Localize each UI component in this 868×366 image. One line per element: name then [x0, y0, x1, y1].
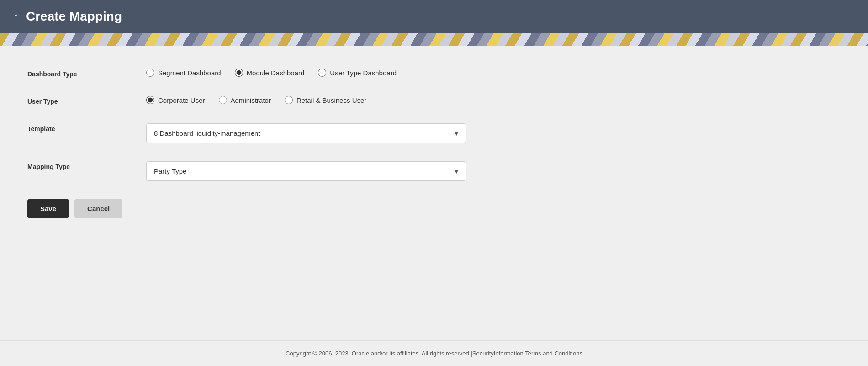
module-dashboard-radio[interactable] — [235, 69, 243, 77]
page-footer: Copyright © 2006, 2023, Oracle and/or it… — [0, 340, 868, 366]
mapping-type-select-wrapper: Party Type ▼ — [146, 161, 466, 181]
user-type-dashboard-label: User Type Dashboard — [330, 69, 397, 77]
corporate-user-option[interactable]: Corporate User — [146, 96, 205, 104]
segment-dashboard-radio[interactable] — [146, 69, 154, 77]
page-header: ↑ Create Mapping — [0, 0, 868, 33]
segment-dashboard-option[interactable]: Segment Dashboard — [146, 69, 221, 77]
user-type-row: User Type Corporate User Administrator R… — [27, 96, 841, 105]
cancel-button[interactable]: Cancel — [74, 199, 122, 218]
module-dashboard-label: Module Dashboard — [247, 69, 305, 77]
main-content: Dashboard Type Segment Dashboard Module … — [0, 46, 868, 340]
mapping-type-label: Mapping Type — [27, 161, 146, 170]
corporate-user-label: Corporate User — [158, 96, 205, 104]
retail-business-user-radio[interactable] — [285, 96, 293, 104]
template-control: 8 Dashboard liquidity-management ▼ — [146, 123, 841, 143]
template-label: Template — [27, 123, 146, 133]
form-buttons: Save Cancel — [27, 199, 841, 218]
page-title: Create Mapping — [26, 9, 122, 24]
template-select[interactable]: 8 Dashboard liquidity-management — [146, 123, 466, 143]
retail-business-user-label: Retail & Business User — [296, 96, 366, 104]
dashboard-type-row: Dashboard Type Segment Dashboard Module … — [27, 69, 841, 78]
dashboard-type-options: Segment Dashboard Module Dashboard User … — [146, 69, 841, 77]
user-type-dashboard-radio[interactable] — [318, 69, 326, 77]
administrator-option[interactable]: Administrator — [219, 96, 271, 104]
module-dashboard-option[interactable]: Module Dashboard — [235, 69, 305, 77]
retail-business-user-option[interactable]: Retail & Business User — [285, 96, 366, 104]
administrator-radio[interactable] — [219, 96, 227, 104]
segment-dashboard-label: Segment Dashboard — [158, 69, 221, 77]
template-select-wrapper: 8 Dashboard liquidity-management ▼ — [146, 123, 466, 143]
corporate-user-radio[interactable] — [146, 96, 154, 104]
mapping-type-control: Party Type ▼ — [146, 161, 841, 181]
dashboard-type-label: Dashboard Type — [27, 69, 146, 78]
footer-text: Copyright © 2006, 2023, Oracle and/or it… — [286, 350, 582, 357]
decorative-banner — [0, 33, 868, 46]
save-button[interactable]: Save — [27, 199, 69, 218]
user-type-dashboard-option[interactable]: User Type Dashboard — [318, 69, 397, 77]
template-row: Template 8 Dashboard liquidity-managemen… — [27, 123, 841, 143]
user-type-label: User Type — [27, 96, 146, 105]
administrator-label: Administrator — [231, 96, 271, 104]
user-type-options: Corporate User Administrator Retail & Bu… — [146, 96, 841, 104]
back-icon[interactable]: ↑ — [14, 11, 19, 22]
mapping-type-row: Mapping Type Party Type ▼ — [27, 161, 841, 181]
mapping-type-select[interactable]: Party Type — [146, 161, 466, 181]
